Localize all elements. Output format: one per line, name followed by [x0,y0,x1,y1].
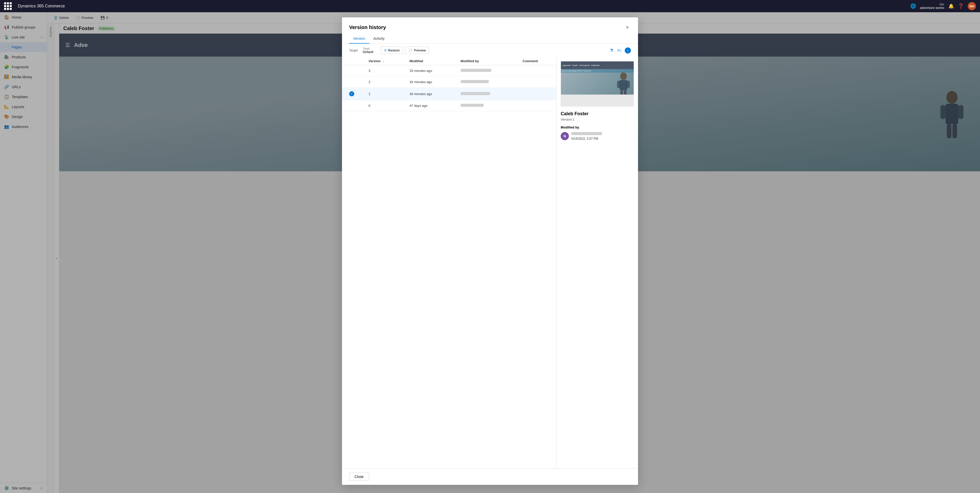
sort-button[interactable]: ≡↕ [616,47,623,54]
col-check [342,57,361,65]
close-button[interactable]: Close [349,472,369,481]
row-author [453,65,515,76]
row-check [342,76,361,88]
help-icon[interactable]: ❓ [958,3,964,9]
table-row[interactable]: 3 33 minutes ago [342,65,556,76]
restore-icon: ↺ [384,48,387,52]
modified-by-name [571,132,602,136]
preview-nav-item: Gear▾ [572,64,578,67]
filter-button[interactable]: ⚗ [609,47,614,54]
table-row[interactable]: ✓ 1 34 minutes ago [342,88,556,100]
row-author [453,76,515,88]
notification-icon[interactable]: 🔔 [948,3,954,9]
modified-by-row: N 6/15/2022, 2:07 PM [561,132,634,141]
globe-icon[interactable]: 🌐 [910,3,916,9]
preview-version-label: Version 1 [561,117,634,121]
preview-page-name: Caleb Foster [561,111,634,116]
row-comment [515,88,556,100]
row-version: 3 [361,65,402,76]
target-label: Target [349,49,358,52]
restore-button[interactable]: ↺ Restore [380,47,403,54]
preview-img-bottom [561,95,634,106]
preview-nav-item: Technique▾ [579,64,589,67]
site-name: adventure works [920,6,944,10]
tab-activity[interactable]: Activity [369,35,389,44]
tab-version[interactable]: Version [349,35,369,44]
preview-image: Apparel▾ Gear▾ Technique▾ Initiative▾ Bu… [561,61,634,107]
row-check [342,100,361,111]
modal-toolbar: Target Target Default ↺ Restore 📄 Previe… [342,44,638,57]
col-modified-by[interactable]: Modified by [453,57,515,65]
row-modified: 47 days ago [402,100,453,111]
preview-hero-person [616,71,631,95]
row-version: 1 [361,88,402,100]
modified-by-avatar: N [561,132,569,140]
table-row[interactable]: 2 34 minutes ago [342,76,556,88]
restore-label: Restore [388,48,400,52]
svg-rect-10 [620,90,623,95]
version-table: Version ↓ Modified Modified by Comment [342,57,556,111]
modal-toolbar-left: Target Target Default ↺ Restore 📄 Previe… [349,47,429,54]
row-modified: 34 minutes ago [402,88,453,100]
modal-title: Version history [349,24,386,30]
col-modified[interactable]: Modified [402,57,453,65]
modal-tabs: Version Activity [342,31,638,44]
modified-by-date: 6/15/2022, 2:07 PM [571,137,602,141]
preview-nav-item: Apparel▾ [563,64,571,67]
version-preview-button[interactable]: 📄 Preview [405,47,429,54]
waffle-menu[interactable] [4,2,12,10]
selected-check-icon: ✓ [349,91,354,96]
col-comment[interactable]: Comment [515,57,556,65]
modified-by-info: 6/15/2022, 2:07 PM [571,132,602,141]
row-comment [515,65,556,76]
col-version[interactable]: Version ↓ [361,57,402,65]
modal-footer: Close [342,468,638,485]
row-check [342,65,361,76]
target-subtitle: Target [363,47,373,50]
top-navigation: Dynamics 365 Commerce 🌐 Site adventure w… [0,0,980,12]
modified-by-title: Modified by [561,125,634,129]
table-row[interactable]: 0 47 days ago [342,100,556,111]
row-modified: 34 minutes ago [402,76,453,88]
info-button[interactable]: i [625,48,631,54]
preview-img-header: Apparel▾ Gear▾ Technique▾ Initiative▾ [561,62,634,69]
version-preview-icon: 📄 [408,48,412,52]
row-modified: 33 minutes ago [402,65,453,76]
svg-rect-9 [627,81,630,88]
modal-body: Version ↓ Modified Modified by Comment [342,57,638,468]
version-table-area: Version ↓ Modified Modified by Comment [342,57,556,468]
avatar[interactable]: NH [968,2,976,10]
svg-point-6 [620,72,627,80]
app-title: Dynamics 365 Commerce [18,4,65,8]
preview-img-hero: Buy 3 or more and get 20% off - Shop dea… [561,69,634,95]
site-label: Site [939,3,944,6]
author-name-redacted [571,132,602,135]
topnav-right: 🌐 Site adventure works 🔔 ❓ NH [910,2,976,10]
version-history-modal: Version history × Version Activity Targe… [342,17,638,485]
version-preview-label: Preview [414,48,426,52]
modal-toolbar-right: ⚗ ≡↕ i [609,47,631,54]
row-author [453,100,515,111]
row-version: 0 [361,100,402,111]
preview-nav-item: Initiative▾ [591,64,600,67]
preview-panel: Apparel▾ Gear▾ Technique▾ Initiative▾ Bu… [556,57,638,468]
svg-rect-7 [620,80,627,90]
site-info[interactable]: Site adventure works [920,3,944,10]
modal-overlay: Version history × Version Activity Targe… [0,12,980,493]
row-version: 2 [361,76,402,88]
row-author [453,88,515,100]
sort-arrow: ↓ [383,60,384,63]
row-comment [515,100,556,111]
modal-header: Version history × [342,17,638,31]
target-value: Default [363,50,373,54]
modal-close-button[interactable]: × [624,24,631,31]
svg-rect-11 [624,90,627,95]
svg-rect-8 [617,81,620,88]
row-comment [515,76,556,88]
row-check: ✓ [342,88,361,100]
